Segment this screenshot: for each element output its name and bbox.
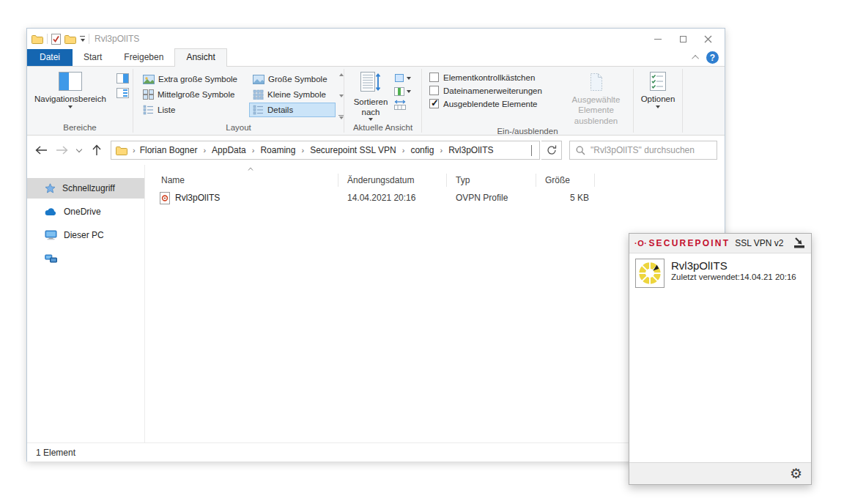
hidden-items-row[interactable]: Ausgeblendete Elemente <box>429 99 558 108</box>
divider <box>89 34 89 44</box>
hidden-items-checkbox[interactable] <box>429 99 439 108</box>
sort-by-icon <box>360 72 381 94</box>
item-checkboxes-checkbox[interactable] <box>429 73 439 82</box>
properties-icon[interactable] <box>51 34 61 45</box>
sort-by-button[interactable]: Sortieren nach <box>349 70 393 122</box>
window-title: Rvl3pOlITS <box>95 34 139 44</box>
navigation-pane-button[interactable]: Navigationsbereich <box>30 70 111 122</box>
maximize-button[interactable] <box>670 30 695 48</box>
size-columns-to-fit-button[interactable] <box>394 100 411 110</box>
group-label-ein-ausblenden: Ein-/ausblenden <box>422 126 633 138</box>
ribbon-group-ein-ausblenden: Elementkontrollkästchen Dateinamenerweit… <box>422 67 633 135</box>
item-checkboxes-row[interactable]: Elementkontrollkästchen <box>429 73 558 82</box>
group-label-layout: Layout <box>133 122 344 135</box>
large-icons-icon <box>253 75 264 84</box>
file-extensions-row[interactable]: Dateinamenerweiterungen <box>429 86 558 95</box>
sort-ascending-icon <box>248 167 253 171</box>
group-by-button[interactable] <box>394 73 411 83</box>
securepoint-vpn-popup: SECUREPOINT SSL VPN v2 Rvl3pOlITS Zuletz… <box>629 233 812 485</box>
collapse-ribbon-icon[interactable] <box>692 55 699 62</box>
sidebar-item-dieser-pc[interactable]: Dieser PC <box>27 225 144 245</box>
network-icon <box>45 253 57 264</box>
column-header-size[interactable]: Größe <box>536 174 595 187</box>
chevron-separator-icon <box>437 146 445 155</box>
securepoint-brand: SECUREPOINT <box>648 238 730 248</box>
group-by-icon <box>394 73 404 83</box>
file-extensions-checkbox[interactable] <box>429 86 439 95</box>
view-small-icons[interactable]: Kleine Symbole <box>249 87 336 102</box>
settings-gear-icon[interactable] <box>790 467 802 481</box>
navigation-sidebar: Schnellzugriff OneDrive Dieser PC <box>27 165 145 442</box>
breadcrumb-item[interactable]: config <box>408 144 436 157</box>
chevron-separator-icon <box>201 146 208 155</box>
chevron-separator-icon <box>299 146 306 155</box>
refresh-icon <box>547 145 557 155</box>
breadcrumb-item[interactable]: Roaming <box>258 144 297 157</box>
column-header-type[interactable]: Typ <box>447 174 536 187</box>
recent-locations-button[interactable] <box>73 141 86 160</box>
forward-button[interactable] <box>52 141 71 160</box>
customize-qat-icon[interactable] <box>80 36 85 42</box>
import-icon <box>793 237 806 249</box>
search-icon <box>576 146 585 155</box>
search-input[interactable]: "Rvl3pOlITS" durchsuchen <box>569 141 717 160</box>
breadcrumb-item[interactable]: Rvl3pOlITS <box>446 144 495 157</box>
import-profile-button[interactable] <box>793 237 806 249</box>
group-label-optionen <box>634 131 682 135</box>
view-extra-large-icons[interactable]: Extra große Symbole <box>139 72 249 86</box>
items-count: 1 Element <box>36 448 75 458</box>
window-folder-icon <box>32 34 43 44</box>
sidebar-item-onedrive[interactable]: OneDrive <box>27 201 144 222</box>
up-button[interactable] <box>87 141 106 160</box>
breadcrumb-item[interactable]: Securepoint SSL VPN <box>308 144 399 157</box>
address-dropdown-button[interactable] <box>525 145 538 155</box>
minimize-icon <box>654 39 662 40</box>
extra-large-icons-icon <box>143 75 155 84</box>
tab-datei[interactable]: Datei <box>27 49 73 66</box>
view-large-icons[interactable]: Große Symbole <box>249 72 336 86</box>
quick-access-star-icon <box>45 183 56 193</box>
preview-pane-icon[interactable] <box>116 73 129 84</box>
tab-freigeben[interactable]: Freigeben <box>113 49 174 66</box>
breadcrumb: Florian Bogner AppData Roaming Securepoi… <box>138 144 538 157</box>
column-header-modified[interactable]: Änderungsdatum <box>338 174 447 187</box>
vpn-profile-name: Rvl3pOlITS <box>671 259 796 272</box>
refresh-button[interactable] <box>541 141 562 160</box>
divider <box>682 69 683 133</box>
back-button[interactable] <box>32 141 51 160</box>
column-header-name[interactable]: Name <box>160 174 338 187</box>
view-details[interactable]: Details <box>249 103 336 117</box>
sidebar-item-schnellzugriff[interactable]: Schnellzugriff <box>27 178 144 199</box>
quick-access-toolbar <box>32 34 89 45</box>
view-list[interactable]: Liste <box>139 103 249 117</box>
vpn-profile-entry[interactable]: Rvl3pOlITS Zuletzt verwendet:14.04.21 20… <box>629 253 811 293</box>
minimize-button[interactable] <box>645 30 670 48</box>
sidebar-item-netzwerk[interactable] <box>27 248 144 269</box>
ovpn-file-icon <box>160 192 170 204</box>
table-row[interactable]: Rvl3pOlITS 14.04.2021 20:16 OVPN Profile… <box>160 188 725 207</box>
hide-selected-icon <box>588 72 605 92</box>
maximize-icon <box>680 36 686 42</box>
close-button[interactable] <box>695 30 720 48</box>
chevron-down-icon <box>76 146 82 152</box>
breadcrumb-item[interactable]: Florian Bogner <box>138 144 200 157</box>
forward-icon <box>56 146 68 155</box>
up-icon <box>92 144 101 156</box>
search-placeholder: "Rvl3pOlITS" durchsuchen <box>591 145 695 155</box>
options-button[interactable]: Optionen <box>637 70 680 131</box>
help-icon[interactable] <box>706 51 719 64</box>
breadcrumb-item[interactable]: AppData <box>210 144 248 157</box>
file-modified: 14.04.2021 20:16 <box>338 193 447 203</box>
details-pane-icon[interactable] <box>116 88 129 98</box>
title-bar[interactable]: Rvl3pOlITS <box>27 29 725 49</box>
address-bar[interactable]: Florian Bogner AppData Roaming Securepoi… <box>111 141 540 160</box>
explorer-window: Rvl3pOlITS Datei Start Freigeben Ansicht <box>26 28 725 462</box>
file-type: OVPN Profile <box>447 193 536 203</box>
vpn-profile-status-icon <box>635 259 665 288</box>
tab-ansicht[interactable]: Ansicht <box>174 48 226 67</box>
add-columns-button[interactable] <box>394 86 411 96</box>
new-folder-icon[interactable] <box>64 34 76 44</box>
view-medium-icons[interactable]: Mittelgroße Symbole <box>139 87 249 102</box>
tab-start[interactable]: Start <box>73 49 113 66</box>
onedrive-cloud-icon <box>45 208 57 216</box>
